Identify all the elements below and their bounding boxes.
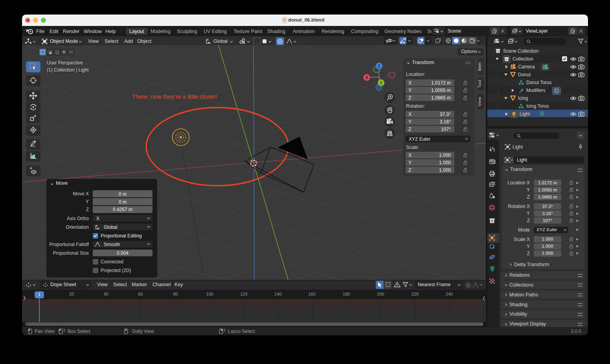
svg-text:X: X — [366, 75, 368, 80]
svg-text:Z: Z — [378, 64, 380, 68]
svg-text:Y: Y — [380, 81, 382, 85]
